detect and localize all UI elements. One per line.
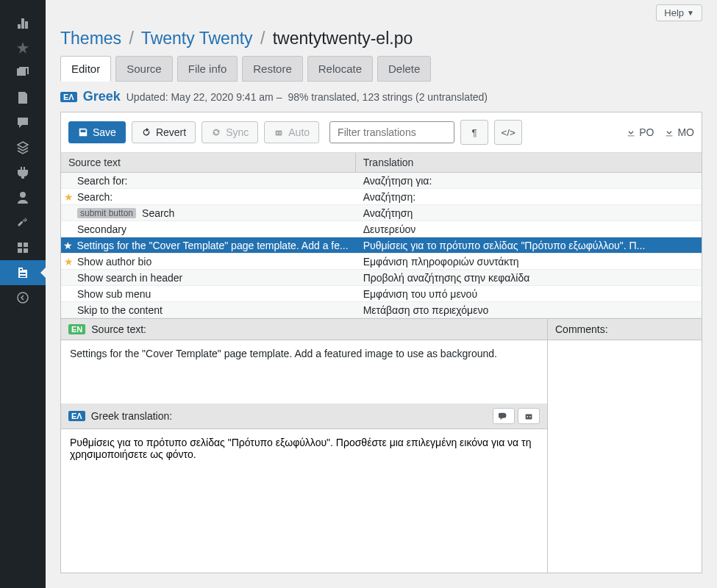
table-row[interactable]: Show sub menuΕμφάνιση του υπό μενού <box>61 286 702 302</box>
sidebar-appearance[interactable] <box>0 135 46 160</box>
svg-point-5 <box>527 416 528 417</box>
tab-editor[interactable]: Editor <box>60 56 111 82</box>
tabs: Editor Source File info Restore Relocate… <box>60 56 702 82</box>
svg-point-3 <box>279 132 281 134</box>
row-source: Skip to the content <box>77 304 163 316</box>
translation-label: Greek translation: <box>91 410 173 422</box>
chevron-down-icon: ▼ <box>687 9 694 17</box>
table-row[interactable]: Skip to the contentΜετάβαση στο περιεχόμ… <box>61 302 702 318</box>
row-source: Settings for the "Cover Template" page t… <box>76 240 348 251</box>
suggest-button[interactable] <box>493 408 515 424</box>
svg-point-0 <box>18 293 28 303</box>
breadcrumb: Themes / Twenty Twenty / twentytwenty-el… <box>60 29 702 49</box>
breadcrumb-theme[interactable]: Twenty Twenty <box>141 29 253 48</box>
meta-row: ΕΛ Greek Updated: May 22, 2020 9:41 am –… <box>60 89 702 104</box>
download-mo[interactable]: MO <box>664 126 694 138</box>
revert-button[interactable]: Revert <box>132 121 196 143</box>
source-label: Source text: <box>91 323 146 335</box>
row-source: Show sub menu <box>77 288 151 300</box>
star-icon: ★ <box>63 256 74 268</box>
translation-rows: Search for:Αναζήτηση για:★Search:Αναζήτη… <box>61 173 702 318</box>
row-translation: Δευτερεύον <box>356 222 702 237</box>
table-row[interactable]: ★Search:Αναζήτηση: <box>61 189 702 205</box>
lang-name: Greek <box>83 89 121 104</box>
svg-rect-1 <box>276 130 282 135</box>
auto-icon <box>274 127 284 137</box>
revert-icon <box>141 127 151 137</box>
sidebar-loco[interactable] <box>0 260 46 285</box>
col-source: Source text <box>61 153 356 172</box>
row-translation: Ρυθμίσεις για το πρότυπο σελίδας "Πρότυπ… <box>356 238 702 253</box>
row-translation: Αναζήτηση: <box>356 190 702 204</box>
tab-fileinfo[interactable]: File info <box>177 56 238 82</box>
code-button[interactable]: </> <box>494 120 522 145</box>
source-header: EN Source text: <box>61 319 547 340</box>
svg-point-6 <box>529 416 531 417</box>
col-translation: Translation <box>356 153 702 172</box>
star-icon: ★ <box>63 240 74 251</box>
sidebar-comments[interactable] <box>0 110 46 135</box>
sidebar-settings[interactable] <box>0 235 46 260</box>
table-row[interactable]: Search for:Αναζήτηση για: <box>61 173 702 189</box>
row-source: Secondary <box>77 223 126 235</box>
source-text: Settings for the "Cover Template" page t… <box>61 340 547 404</box>
lang-badge: ΕΛ <box>60 92 77 102</box>
el-badge: ΕΛ <box>68 411 85 421</box>
row-translation: Αναζήτηση <box>356 206 702 220</box>
download-icon <box>626 127 636 137</box>
row-source: Search <box>142 207 174 219</box>
comments-header: Comments: <box>548 319 702 340</box>
table-row[interactable]: Show search in headerΠροβολή αναζήτησης … <box>61 270 702 286</box>
row-translation: Εμφάνιση πληροφοριών συντάκτη <box>356 254 702 269</box>
tab-relocate[interactable]: Relocate <box>307 56 373 82</box>
help-label: Help <box>664 7 684 18</box>
svg-point-2 <box>277 132 279 134</box>
updated-text: Updated: May 22, 2020 9:41 am – <box>126 91 282 103</box>
sidebar-pin[interactable] <box>0 35 46 60</box>
row-translation: Αναζήτηση για: <box>356 173 702 188</box>
sidebar-collapse[interactable] <box>0 285 46 310</box>
sync-button[interactable]: Sync <box>201 121 258 143</box>
translation-textarea[interactable] <box>70 437 538 565</box>
pilcrow-button[interactable]: ¶ <box>460 120 488 145</box>
download-icon <box>664 127 674 137</box>
help-button[interactable]: Help ▼ <box>656 4 702 21</box>
context-tag: submit button <box>77 208 136 218</box>
tab-source[interactable]: Source <box>115 56 173 82</box>
row-source: Search: <box>77 191 113 203</box>
table-row[interactable]: SecondaryΔευτερεύον <box>61 221 702 237</box>
auto-button[interactable]: Auto <box>264 121 319 143</box>
sidebar-pages[interactable] <box>0 85 46 110</box>
tab-restore[interactable]: Restore <box>242 56 303 82</box>
stats-text: 98% translated, 123 strings (2 untransla… <box>288 91 488 103</box>
en-badge: EN <box>68 324 85 334</box>
table-row[interactable]: ★Show author bioΕμφάνιση πληροφοριών συν… <box>61 254 702 270</box>
row-source: Show author bio <box>77 256 151 268</box>
sidebar-tools[interactable] <box>0 210 46 235</box>
table-row[interactable]: ★Settings for the "Cover Template" page … <box>61 237 702 254</box>
table-row[interactable]: submit buttonSearchΑναζήτηση <box>61 205 702 221</box>
row-translation: Μετάβαση στο περιεχόμενο <box>356 303 702 318</box>
comments-body[interactable] <box>548 340 702 355</box>
sidebar-plugins[interactable] <box>0 160 46 185</box>
sync-icon <box>211 127 221 137</box>
sidebar-users[interactable] <box>0 185 46 210</box>
download-po[interactable]: PO <box>626 126 654 138</box>
translation-header: ΕΛ Greek translation: <box>61 404 547 429</box>
breadcrumb-file: twentytwenty-el.po <box>273 29 413 48</box>
admin-sidebar <box>0 0 46 588</box>
toolbar: Save Revert Sync Auto ¶ </> <box>61 112 702 153</box>
filter-input[interactable] <box>329 121 454 143</box>
save-icon <box>78 127 88 137</box>
sidebar-media[interactable] <box>0 60 46 85</box>
robot-button[interactable] <box>518 408 540 424</box>
svg-rect-4 <box>526 414 532 419</box>
sidebar-dashboard[interactable] <box>0 10 46 35</box>
star-icon: ★ <box>63 191 74 203</box>
row-source: Search for: <box>77 175 127 187</box>
table-header: Source text Translation <box>61 153 702 173</box>
breadcrumb-themes[interactable]: Themes <box>60 29 121 48</box>
row-translation: Προβολή αναζήτησης στην κεφαλίδα <box>356 270 702 285</box>
tab-delete[interactable]: Delete <box>377 56 431 82</box>
save-button[interactable]: Save <box>68 121 126 143</box>
